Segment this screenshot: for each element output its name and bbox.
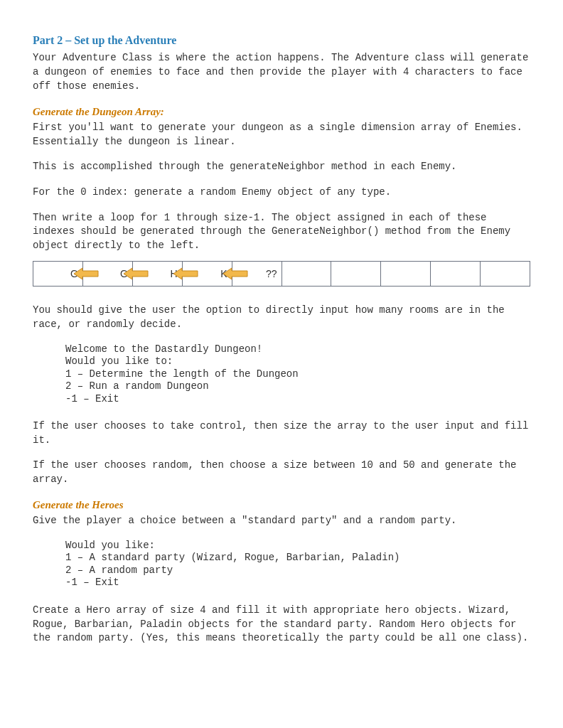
arrow-left-icon: [124, 267, 149, 280]
arrow-left-icon: [74, 267, 100, 280]
intro-paragraph: Your Adventure Class is where the action…: [33, 51, 530, 93]
paragraph: For the 0 index: generate a random Enemy…: [33, 186, 530, 200]
paragraph: Then write a loop for 1 through size-1. …: [33, 211, 530, 253]
section-dungeon-heading: Generate the Dungeon Array:: [33, 105, 530, 119]
array-cell: [431, 262, 481, 286]
paragraph: If the user chooses random, then choose …: [33, 459, 530, 486]
arrow-left-icon: [173, 267, 199, 280]
arrow-left-icon: [223, 267, 249, 280]
console-output: Would you like: 1 – A standard party (Wi…: [65, 540, 530, 589]
array-diagram: GGHK??: [33, 261, 530, 287]
section-heroes-heading: Generate the Heroes: [33, 498, 530, 513]
paragraph: If the user chooses to take control, the…: [33, 419, 530, 447]
array-cell: [381, 262, 431, 286]
paragraph: Give the player a choice between a "stan…: [33, 514, 530, 528]
array-cell: G: [33, 262, 83, 286]
paragraph: This is accomplished through the generat…: [33, 160, 530, 174]
console-output: Welcome to the Dastardly Dungeon! Would …: [65, 343, 530, 406]
paragraph: You should give the user the option to d…: [33, 304, 530, 331]
array-cell: [481, 262, 530, 286]
paragraph: First you'll want to generate your dunge…: [33, 121, 530, 149]
array-cell: [282, 262, 332, 286]
array-cell: [331, 262, 381, 286]
page-heading: Part 2 – Set up the Adventure: [33, 33, 530, 48]
paragraph: Create a Hero array of size 4 and fill i…: [33, 604, 530, 646]
